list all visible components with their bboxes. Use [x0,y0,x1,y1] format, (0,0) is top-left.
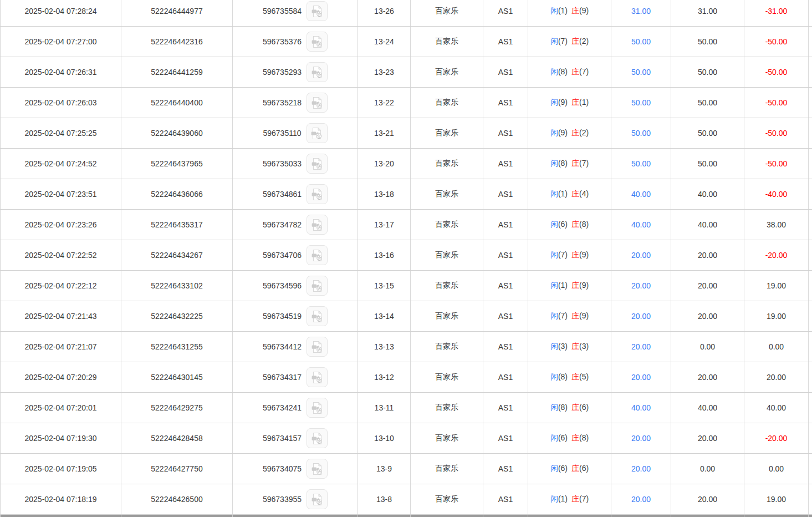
bet-records-table: 2025-02-04 07:28:24 522246444977 5967355… [0,0,812,517]
valid-amount: 50.00 [671,88,744,118]
game-result: 闲(8)庄(7) [528,57,611,88]
video-replay-button[interactable] [307,245,328,265]
banker-label: 庄 [571,98,579,107]
game-result: 闲(6)庄(8) [528,210,611,240]
banker-result: 庄(9) [571,281,589,290]
banker-points: (1) [579,98,589,107]
video-replay-button[interactable] [307,367,328,387]
video-replay-button[interactable] [307,489,328,509]
valid-amount: 50.00 [671,118,744,149]
player-label: 闲 [550,342,558,351]
game-round-id: 596734861 [263,190,302,199]
table-row: 2025-02-04 07:20:01 522246429275 5967342… [1,393,812,423]
game-round-cell: 596735376 [233,27,358,57]
player-points: (6) [558,433,568,442]
banker-result: 庄(1) [571,98,589,107]
overflow-column-cell [809,332,812,362]
player-points: (3) [558,342,568,351]
video-replay-button[interactable] [307,459,328,479]
player-label: 闲 [550,250,558,259]
bet-amount: 20.00 [611,301,671,332]
table-row: 2025-02-04 07:21:43 522246432225 5967345… [1,301,812,332]
game-round-id: 596733955 [263,495,302,504]
video-replay-button[interactable] [307,93,328,113]
banker-points: (9) [579,281,589,290]
video-replay-button[interactable] [307,337,328,357]
table-code: AS1 [483,27,528,57]
bet-amount: 20.00 [611,271,671,301]
banker-points: (7) [579,159,589,168]
banker-result: 庄(6) [571,464,589,473]
order-id: 522246427750 [121,454,233,484]
player-label: 闲 [550,372,558,381]
video-replay-button[interactable] [307,215,328,235]
table-round: 13-10 [358,423,411,454]
table-row: 2025-02-04 07:26:03 522246440400 5967352… [1,88,812,118]
game-round-id: 596735584 [263,7,302,16]
game-result: 闲(8)庄(6) [528,393,611,423]
video-file-icon [311,97,324,109]
player-points: (9) [558,128,568,137]
table-round: 13-11 [358,393,411,423]
table-code: AS1 [483,179,528,210]
win-loss: 19.00 [744,484,809,515]
win-loss: 19.00 [744,301,809,332]
game-type: 百家乐 [411,118,483,149]
video-replay-button[interactable] [307,306,328,326]
video-replay-button[interactable] [307,123,328,143]
banker-result: 庄(5) [571,372,589,381]
table-code: AS1 [483,271,528,301]
game-round-cell: 596734782 [233,210,358,240]
bet-amount: 20.00 [611,240,671,271]
table-code: AS1 [483,57,528,88]
game-round-id: 596734241 [263,403,302,412]
game-type: 百家乐 [411,362,483,393]
video-file-icon [311,158,324,170]
game-round-cell: 596735110 [233,118,358,149]
banker-points: (9) [579,250,589,259]
banker-points: (6) [579,403,589,412]
overflow-column-cell [809,393,812,423]
player-result: 闲(3) [550,342,568,351]
win-loss: -50.00 [744,27,809,57]
video-replay-button[interactable] [307,1,328,21]
banker-label: 庄 [571,128,579,137]
game-type: 百家乐 [411,423,483,454]
order-id: 522246436066 [121,179,233,210]
banker-label: 庄 [571,433,579,442]
video-replay-button[interactable] [307,184,328,204]
video-replay-button[interactable] [307,276,328,296]
overflow-column-cell [809,118,812,149]
valid-amount: 31.00 [671,0,744,27]
subtotal-empty-cell [528,515,611,517]
player-result: 闲(1) [550,281,568,290]
game-round-cell: 596734412 [233,332,358,362]
table-code: AS1 [483,118,528,149]
banker-label: 庄 [571,159,579,168]
game-round-cell: 596734596 [233,271,358,301]
banker-result: 庄(8) [571,433,589,442]
order-id: 522246430145 [121,362,233,393]
order-id: 522246429275 [121,393,233,423]
table-row: 2025-02-04 07:25:25 522246439060 5967351… [1,118,812,149]
video-replay-button[interactable] [307,62,328,82]
bet-time: 2025-02-04 07:20:01 [1,393,121,423]
valid-amount: 20.00 [671,301,744,332]
video-replay-button[interactable] [307,428,328,448]
video-replay-button[interactable] [307,32,328,52]
player-label: 闲 [550,67,558,76]
game-round-id: 596734317 [263,373,302,382]
bet-time: 2025-02-04 07:27:00 [1,27,121,57]
win-loss: -20.00 [744,240,809,271]
win-loss: -31.00 [744,0,809,27]
player-points: (8) [558,372,568,381]
video-replay-button[interactable] [307,398,328,418]
game-type: 百家乐 [411,454,483,484]
subtotal-empty-cell [233,515,358,517]
win-loss: 0.00 [744,454,809,484]
banker-label: 庄 [571,403,579,412]
video-replay-button[interactable] [307,154,328,174]
subtotal-valid-total: 521.00 [671,515,744,517]
game-round-cell: 596734241 [233,393,358,423]
valid-amount: 50.00 [671,27,744,57]
